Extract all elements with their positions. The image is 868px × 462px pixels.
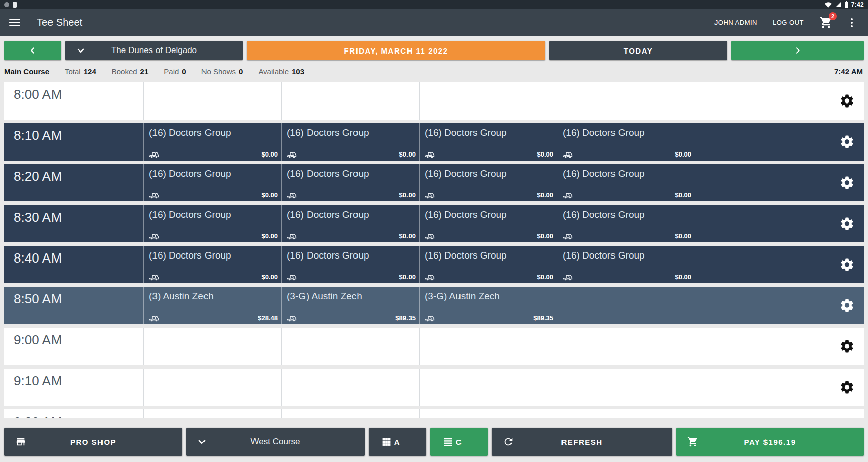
course-selector-label: The Dunes of Delgado (111, 45, 197, 56)
tee-slot[interactable] (419, 328, 557, 365)
user-button[interactable]: JOHN ADMIN (714, 19, 757, 26)
gear-icon (839, 257, 855, 273)
row-settings-button[interactable] (695, 205, 864, 242)
tee-time-row[interactable]: 9:00 AM (4, 328, 864, 365)
tee-slot[interactable]: (3-G) Austin Zech $89.35 (281, 287, 419, 324)
logout-button[interactable]: LOG OUT (773, 19, 804, 26)
slot-price: $0.00 (261, 191, 278, 199)
tee-slot[interactable]: (16) Doctors Group $0.00 (281, 246, 419, 283)
tee-slot[interactable]: (3-G) Austin Zech $89.35 (419, 287, 557, 324)
row-settings-button[interactable] (695, 328, 864, 365)
kebab-menu-icon[interactable] (848, 17, 856, 28)
slot-footer: $0.00 (149, 232, 278, 240)
tee-slot[interactable] (143, 82, 281, 120)
tee-slot[interactable]: (16) Doctors Group $0.00 (557, 164, 695, 201)
previous-day-button[interactable] (4, 41, 61, 60)
view-a-button[interactable]: A (369, 428, 426, 456)
refresh-label: REFRESH (561, 438, 602, 446)
row-settings-button[interactable] (695, 369, 864, 406)
slot-player-name (144, 82, 281, 86)
cart-button[interactable]: 2 (819, 16, 833, 29)
tee-slot[interactable] (557, 82, 695, 120)
row-settings-button[interactable] (695, 123, 864, 161)
tee-slot[interactable]: (16) Doctors Group $0.00 (143, 246, 281, 283)
pay-button[interactable]: PAY $196.19 (676, 428, 864, 456)
slot-player-name: (3-G) Austin Zech (420, 287, 557, 302)
tee-slot[interactable]: (16) Doctors Group $0.00 (281, 123, 419, 161)
tee-slot[interactable] (419, 82, 557, 120)
tee-slot[interactable]: (16) Doctors Group $0.00 (143, 123, 281, 161)
tee-slot[interactable] (281, 82, 419, 120)
tee-time-label: 9:10 AM (4, 369, 143, 406)
tee-slot[interactable] (143, 369, 281, 406)
tee-slot[interactable]: (16) Doctors Group $0.00 (281, 164, 419, 201)
app-bar: Tee Sheet JOHN ADMIN LOG OUT 2 (0, 9, 868, 36)
tee-slot[interactable] (281, 369, 419, 406)
course-switch-label: West Course (251, 437, 300, 447)
tee-slot[interactable]: (16) Doctors Group $0.00 (419, 205, 557, 242)
tee-slot[interactable] (419, 369, 557, 406)
view-c-button[interactable]: C (430, 428, 488, 456)
tee-slot[interactable]: (16) Doctors Group $0.00 (281, 205, 419, 242)
tee-slot[interactable] (143, 328, 281, 365)
chevron-down-icon (76, 46, 85, 55)
current-date-button[interactable]: FRIDAY, MARCH 11 2022 (247, 41, 545, 60)
tee-slot[interactable]: (16) Doctors Group $0.00 (419, 123, 557, 161)
refresh-button[interactable]: REFRESH (492, 428, 672, 456)
tee-slot[interactable]: (16) Doctors Group $0.00 (557, 205, 695, 242)
slot-player-name (420, 369, 557, 373)
row-settings-button[interactable] (695, 287, 864, 324)
next-day-button[interactable] (731, 41, 864, 60)
slot-player-name: (16) Doctors Group (420, 164, 557, 179)
menu-icon[interactable] (9, 19, 20, 27)
golf-cart-icon (149, 192, 160, 199)
tee-slot[interactable]: (16) Doctors Group $0.00 (557, 246, 695, 283)
slot-player-name (420, 82, 557, 86)
tee-time-row[interactable]: 8:30 AM (16) Doctors Group $0.00 (16) Do… (4, 205, 864, 242)
tee-time-label: 8:00 AM (4, 82, 143, 120)
tee-time-row[interactable]: 9:10 AM (4, 369, 864, 406)
view-c-label: C (456, 438, 462, 446)
tee-slot[interactable]: (16) Doctors Group $0.00 (143, 164, 281, 201)
tee-slot[interactable]: (16) Doctors Group $0.00 (143, 205, 281, 242)
row-time: 8:20 AM (14, 169, 62, 184)
golf-cart-icon (425, 151, 435, 158)
cart-badge: 2 (829, 12, 837, 20)
stat-no-shows: No Shows0 (201, 67, 243, 76)
slot-player-name: (16) Doctors Group (282, 205, 419, 220)
slot-footer: $0.00 (425, 232, 553, 240)
tee-slot[interactable] (281, 328, 419, 365)
slot-price: $0.00 (399, 273, 416, 281)
course-selector-dropdown[interactable]: The Dunes of Delgado (65, 41, 243, 60)
tee-slot[interactable]: (16) Doctors Group $0.00 (557, 123, 695, 161)
tee-time-row[interactable]: 8:50 AM (3) Austin Zech $28.48 (3-G) Aus… (4, 287, 864, 324)
tee-time-row[interactable]: 8:00 AM (4, 82, 864, 120)
tee-slot[interactable] (557, 328, 695, 365)
slot-player-name: (16) Doctors Group (144, 246, 281, 261)
tee-time-row[interactable]: 8:40 AM (16) Doctors Group $0.00 (16) Do… (4, 246, 864, 283)
tee-slot[interactable] (557, 369, 695, 406)
row-settings-button[interactable] (695, 82, 864, 120)
slot-price: $0.00 (261, 273, 278, 281)
chevron-down-icon (197, 437, 207, 446)
course-switch-dropdown[interactable]: West Course (186, 428, 365, 456)
row-settings-button[interactable] (695, 164, 864, 201)
status-time: 7:42 (851, 1, 864, 8)
slot-player-name: (16) Doctors Group (282, 164, 419, 179)
golf-cart-icon (425, 192, 435, 199)
tee-slot[interactable] (557, 287, 695, 324)
tee-slot[interactable]: (3) Austin Zech $28.48 (143, 287, 281, 324)
slot-player-name (557, 287, 695, 291)
tee-time-row[interactable]: 8:10 AM (16) Doctors Group $0.00 (16) Do… (4, 123, 864, 161)
tee-time-row[interactable]: 8:20 AM (16) Doctors Group $0.00 (16) Do… (4, 164, 864, 201)
list-icon (443, 437, 453, 447)
slot-player-name: (16) Doctors Group (557, 246, 695, 261)
row-settings-button[interactable] (695, 246, 864, 283)
today-button[interactable]: TODAY (549, 41, 727, 60)
tee-slot[interactable]: (16) Doctors Group $0.00 (419, 164, 557, 201)
pro-shop-button[interactable]: PRO SHOP (4, 428, 182, 456)
golf-cart-icon (563, 151, 573, 158)
slot-footer: $0.00 (563, 150, 691, 158)
slot-price: $0.00 (537, 150, 553, 158)
tee-slot[interactable]: (16) Doctors Group $0.00 (419, 246, 557, 283)
